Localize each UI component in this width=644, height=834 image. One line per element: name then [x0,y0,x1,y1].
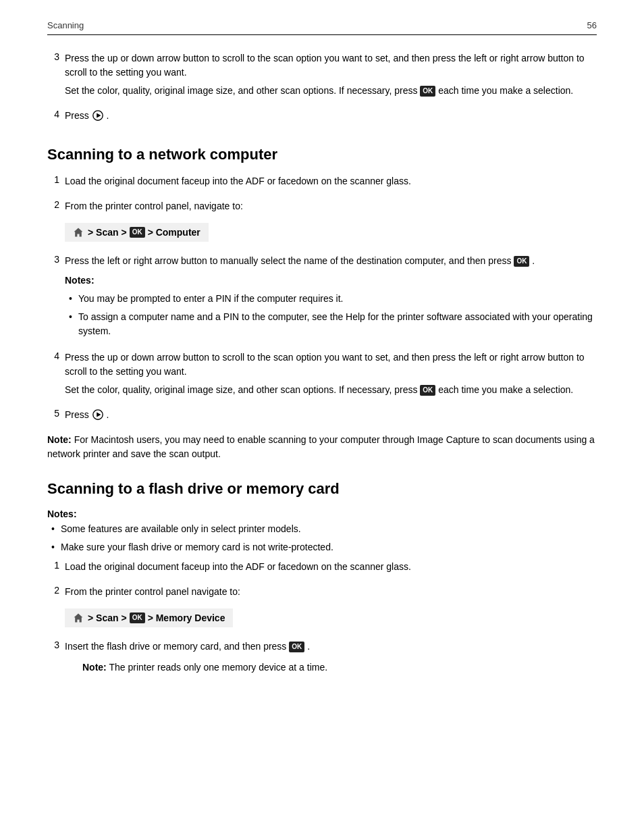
continuing-step3: 3 Press the up or down arrow button to s… [47,51,597,102]
section1-note-bottom: Note: For Macintosh users, you may need … [47,433,597,461]
step3-text: Insert the flash drive or memory card, a… [65,640,597,654]
section2-step3: 3 Insert the flash drive or memory card,… [47,640,597,679]
step-number: 2 [47,585,59,633]
step4-dot: . [107,110,109,121]
step1-text: Load the original document faceup into t… [65,560,597,574]
section1-heading: Scanning to a network computer [47,146,597,163]
ok-badge: OK [130,613,145,623]
step5-dot: . [107,409,109,420]
nav-path: > Scan > OK > Computer [65,223,209,242]
step-number: 2 [47,199,59,247]
section2-step1: 1 Load the original document faceup into… [47,560,597,578]
ok-badge: OK [420,86,435,97]
note-content: The printer reads only one memory device… [109,662,327,673]
step3-before: Insert the flash drive or memory card, a… [65,641,286,652]
step-number: 3 [47,254,59,344]
step-content: Press . [65,109,597,127]
section2-step3-note: Note: The printer reads only one memory … [65,660,597,675]
header-page-number: 56 [587,20,597,30]
section1-step2: 2 From the printer control panel, naviga… [47,199,597,247]
step3-sub2: each time you make a selection. [438,85,573,96]
list-item: To assign a computer name and a PIN to t… [65,310,597,338]
svg-marker-1 [97,113,101,118]
notes-block: Notes: You may be prompted to enter a PI… [65,273,597,338]
step-number: 1 [47,560,59,578]
step-content: Load the original document faceup into t… [65,560,597,578]
step1-text: Load the original document faceup into t… [65,174,597,188]
ok-badge: OK [289,642,304,652]
step4-text: Press the up or down arrow button to scr… [65,350,597,379]
step5-press: Press [65,409,89,420]
nav-prefix: > Scan > [88,227,127,238]
page-header: Scanning 56 [47,20,597,35]
svg-marker-3 [97,413,101,417]
note-content: For Macintosh users, you may need to ena… [47,434,595,459]
step5-text: Press . [65,408,597,422]
page: Scanning 56 3 Press the up or down arrow… [0,0,644,834]
notes-label: Notes: [47,509,597,519]
ok-badge: OK [130,227,145,238]
notes-list: Some features are available only in sele… [47,522,597,554]
notes-label: Notes: [65,273,597,288]
step4-text: Press . [65,109,597,123]
continuing-step4: 4 Press . [47,109,597,127]
step-number: 3 [47,51,59,102]
step3-sub: Set the color, quality, original image s… [65,85,417,96]
section1-step1: 1 Load the original document faceup into… [47,174,597,192]
section2-step2: 2 From the printer control panel navigat… [47,585,597,633]
step-content: Load the original document faceup into t… [65,174,597,192]
ok-badge: OK [420,385,435,396]
step4-sub2: each time you make a selection. [438,384,573,395]
list-item: Make sure your flash drive or memory car… [47,540,597,554]
step-number: 3 [47,640,59,679]
step-content: From the printer control panel navigate … [65,585,597,633]
start-icon [92,109,104,122]
step-content: Insert the flash drive or memory card, a… [65,640,597,679]
step3-text: Press the left or right arrow button to … [65,254,597,268]
note-label: Note: [47,434,72,445]
step-number: 4 [47,350,59,401]
step2-text: From the printer control panel, navigate… [65,199,597,213]
step2-text: From the printer control panel navigate … [65,585,597,599]
nav-path: > Scan > OK > Memory Device [65,608,233,627]
ok-badge: OK [514,256,529,267]
step-content: From the printer control panel, navigate… [65,199,597,247]
home-icon [73,613,84,623]
step-content: Press . [65,408,597,426]
step-number: 4 [47,109,59,127]
step4-sub: Set the color, quality, original image s… [65,384,417,395]
step-content: Press the up or down arrow button to scr… [65,51,597,102]
section1-step4: 4 Press the up or down arrow button to s… [47,350,597,401]
list-item: You may be prompted to enter a PIN if th… [65,292,597,306]
nav-suffix: > Memory Device [148,613,225,623]
step3-after: . [307,641,310,652]
step-number: 5 [47,408,59,426]
section1-step5: 5 Press . [47,408,597,426]
section2-heading: Scanning to a flash drive or memory card [47,480,597,498]
note-label: Note: [82,662,107,673]
step3-sub-text: Set the color, quality, original image s… [65,84,597,98]
nav-suffix: > Computer [148,227,200,238]
step4-press-text: Press [65,110,89,121]
list-item: Some features are available only in sele… [47,522,597,536]
step-content: Press the left or right arrow button to … [65,254,597,344]
start-icon [92,409,104,421]
header-title: Scanning [47,20,84,30]
step-content: Press the up or down arrow button to scr… [65,350,597,401]
home-icon [73,227,84,238]
notes-list: You may be prompted to enter a PIN if th… [65,292,597,338]
step3-after: . [532,255,535,266]
step4-sub-text: Set the color, quality, original image s… [65,383,597,397]
step3-text: Press the up or down arrow button to scr… [65,51,597,80]
step3-before: Press the left or right arrow button to … [65,255,511,266]
step-number: 1 [47,174,59,192]
section1-step3: 3 Press the left or right arrow button t… [47,254,597,344]
section2-notes-top: Notes: Some features are available only … [47,509,597,554]
nav-prefix: > Scan > [88,613,127,623]
